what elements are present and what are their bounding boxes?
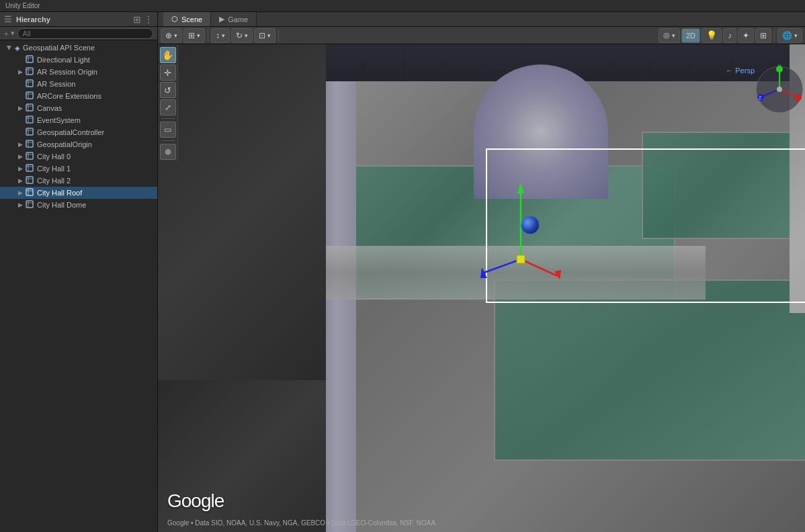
dropdown-arrow: ▾ xyxy=(174,32,177,39)
tab-scene[interactable]: ⬡ Scene xyxy=(163,12,211,26)
title-bar: Unity Editor xyxy=(0,0,805,12)
hierarchy-search-input[interactable] xyxy=(17,28,153,39)
toolbar-audio-btn[interactable]: ♪ xyxy=(723,28,736,43)
tree-item-geospatial-api-scene[interactable]: ▶ ◈ Geospatial API Scene xyxy=(0,42,157,54)
tree-label-city-hall-2: City Hall 2 xyxy=(37,177,71,185)
tree-item-city-hall-0[interactable]: ▶ City Hall 0 xyxy=(0,150,157,163)
tree-label-geospatial-controller: GeospatialController xyxy=(37,128,104,136)
svg-rect-15 xyxy=(26,116,33,123)
tree-arrow-go: ▶ xyxy=(16,140,24,148)
svg-rect-30 xyxy=(26,177,33,183)
window-title: Unity Editor xyxy=(5,2,40,9)
cube-icon-chr xyxy=(26,188,34,197)
hierarchy-header: ☰ Hierarchy ⊞ ⋮ xyxy=(0,12,157,27)
tab-scene-label: Scene xyxy=(181,15,202,24)
svg-rect-12 xyxy=(26,104,33,111)
cube-icon-canvas xyxy=(26,103,34,113)
tree-item-city-hall-1[interactable]: ▶ City Hall 1 xyxy=(0,163,157,175)
label-2d: 2D xyxy=(686,32,695,40)
tree-label-ar-session: AR Session xyxy=(37,80,75,88)
tree-item-geospatial-origin[interactable]: ▶ GeospatialOrigin xyxy=(0,138,157,150)
hierarchy-menu-icon: ☰ xyxy=(4,14,12,24)
tree-arrow-aro: ▶ xyxy=(16,68,24,76)
toolbar-scale-btn[interactable]: ⊡ ▾ xyxy=(254,28,276,43)
toolbar-light-btn[interactable]: 💡 xyxy=(702,28,722,43)
hierarchy-title: Hierarchy xyxy=(16,15,50,24)
tree-label-geospatial-origin: GeospatialOrigin xyxy=(37,140,92,148)
cube-icon-ch2 xyxy=(26,176,34,185)
tool-move[interactable]: ✛ xyxy=(160,64,176,81)
tool-world[interactable]: ⊕ xyxy=(160,144,176,160)
tree-item-city-hall-2[interactable]: ▶ City Hall 2 xyxy=(0,175,157,187)
dome xyxy=(474,64,608,199)
viewport-left-toolbar: ✋ ✛ ↺ ⤢ ▭ ⊕ xyxy=(158,44,178,163)
viewport-tab-bar: ⬡ Scene ▶ Game xyxy=(158,12,805,27)
tree-item-directional-light[interactable]: ▶ Directional Light xyxy=(0,54,157,66)
tree-label-city-hall-1: City Hall 1 xyxy=(37,165,71,173)
toolbar-camera-btn[interactable]: ◎ ▾ xyxy=(659,28,680,43)
hierarchy-more-icon[interactable]: ⋮ xyxy=(144,14,153,25)
hierarchy-lock-icon[interactable]: ⊞ xyxy=(133,14,141,25)
tab-game[interactable]: ▶ Game xyxy=(211,12,257,26)
tree-arrow-chr: ▶ xyxy=(16,189,24,197)
camera-dropdown: ▾ xyxy=(672,32,675,39)
toolbar-transform-dropdown[interactable]: ⊕ ▾ xyxy=(161,28,182,43)
roof-green-panels-bottom xyxy=(494,279,805,461)
svg-rect-33 xyxy=(26,189,33,195)
tree-item-eventsystem[interactable]: ▶ EventSystem xyxy=(0,114,157,126)
toolbar-sep3 xyxy=(774,30,775,42)
cube-icon-ch1 xyxy=(26,164,34,173)
svg-rect-6 xyxy=(26,80,33,87)
tool-rect[interactable]: ▭ xyxy=(160,122,176,138)
tree-item-city-hall-roof[interactable]: ▶ City Hall Roof xyxy=(0,187,157,199)
cube-icon-ch0 xyxy=(26,152,34,161)
cube-icon-aro xyxy=(26,67,34,77)
tree-item-ar-session-origin[interactable]: ▶ AR Session Origin xyxy=(0,66,157,78)
tool-separator-1 xyxy=(161,118,175,119)
svg-text:Z: Z xyxy=(759,95,762,101)
move-dropdown-arrow: ▾ xyxy=(222,32,225,39)
svg-rect-18 xyxy=(26,128,33,135)
toolbar-world-btn[interactable]: 🌐 ▾ xyxy=(777,28,802,43)
scale-icon: ⊡ xyxy=(259,31,265,40)
tree-item-ar-session[interactable]: ▶ AR Session xyxy=(0,78,157,90)
scene-footer-attribution: Google • Data SIO, NOAA, U.S. Navy, NGA,… xyxy=(167,519,435,527)
tool-hand[interactable]: ✋ xyxy=(160,47,176,63)
svg-rect-21 xyxy=(26,140,33,147)
tool-separator-2 xyxy=(161,140,175,141)
toolbar-grid-dropdown[interactable]: ⊞ ▾ xyxy=(183,28,205,43)
move-icon: ↕ xyxy=(216,31,220,40)
toolbar-move-dropdown[interactable]: ↕ ▾ xyxy=(211,28,230,43)
svg-point-56 xyxy=(777,87,782,92)
toolbar-fx-btn[interactable]: ✦ xyxy=(738,28,754,43)
tree-label-eventsystem: EventSystem xyxy=(37,116,81,124)
tool-rotate[interactable]: ↺ xyxy=(160,82,176,98)
tool-scale[interactable]: ⤢ xyxy=(160,99,176,116)
light-icon: 💡 xyxy=(706,30,717,40)
tree-arrow-scene: ▶ xyxy=(5,44,13,52)
fx-icon: ✦ xyxy=(743,31,749,40)
world-tool-icon: ⊕ xyxy=(165,147,171,157)
tree-label-arcore-extensions: ARCore Extensions xyxy=(37,92,101,100)
grid-dropdown-arrow: ▾ xyxy=(197,32,200,39)
hand-icon: ✋ xyxy=(162,50,173,60)
building-scene xyxy=(158,44,805,532)
toolbar-rotate-btn[interactable]: ↻ ▾ xyxy=(231,28,253,43)
tree-label-city-hall-dome: City Hall Dome xyxy=(37,201,86,209)
toolbar-2d-btn[interactable]: 2D xyxy=(681,28,700,43)
toolbar-overlay-btn[interactable]: ⊞ xyxy=(755,28,771,43)
orientation-gizmo[interactable]: Y X Z xyxy=(755,64,805,115)
tab-game-label: Game xyxy=(228,15,248,24)
tree-item-canvas[interactable]: ▶ Canvas xyxy=(0,102,157,114)
svg-rect-0 xyxy=(26,56,33,62)
cube-icon-ace xyxy=(26,91,34,101)
scene-object-sphere xyxy=(521,216,540,234)
tab-spacer xyxy=(158,12,163,26)
tree-item-city-hall-dome[interactable]: ▶ City Hall Dome xyxy=(0,199,157,211)
scene-icon: ◈ xyxy=(15,44,20,52)
tree-item-geospatial-controller[interactable]: ▶ GeospatialController xyxy=(0,126,157,138)
cube-icon-es xyxy=(26,116,34,125)
svg-rect-9 xyxy=(26,92,33,99)
tree-item-arcore-extensions[interactable]: ▶ ARCore Extensions xyxy=(0,90,157,102)
overlay-icon: ⊞ xyxy=(760,31,767,40)
